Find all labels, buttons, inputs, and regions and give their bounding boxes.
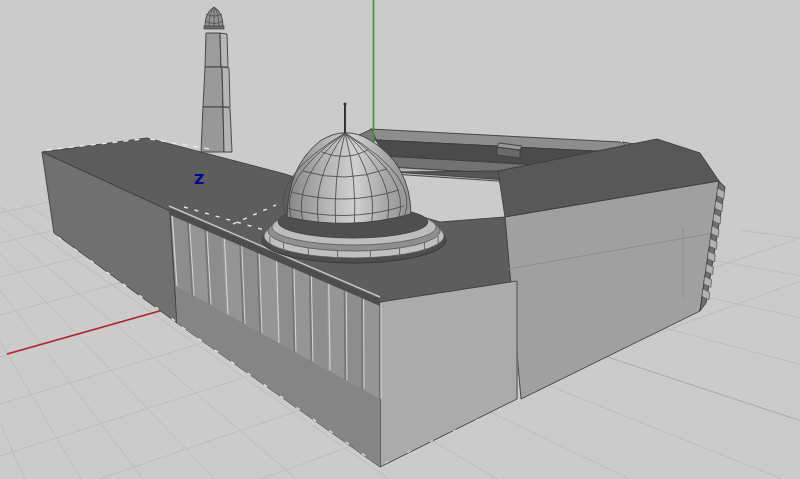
3d-viewport[interactable]: Z: [0, 0, 800, 479]
finial-tip: [343, 102, 346, 105]
z-axis-label: Z: [194, 171, 204, 187]
scene-canvas: Z: [0, 0, 800, 479]
